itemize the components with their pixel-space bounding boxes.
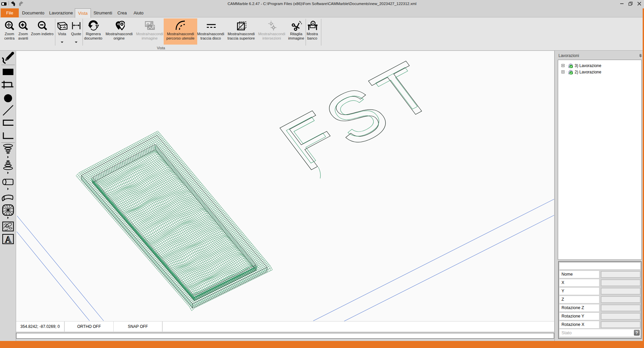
svg-text:A: A: [5, 234, 11, 244]
